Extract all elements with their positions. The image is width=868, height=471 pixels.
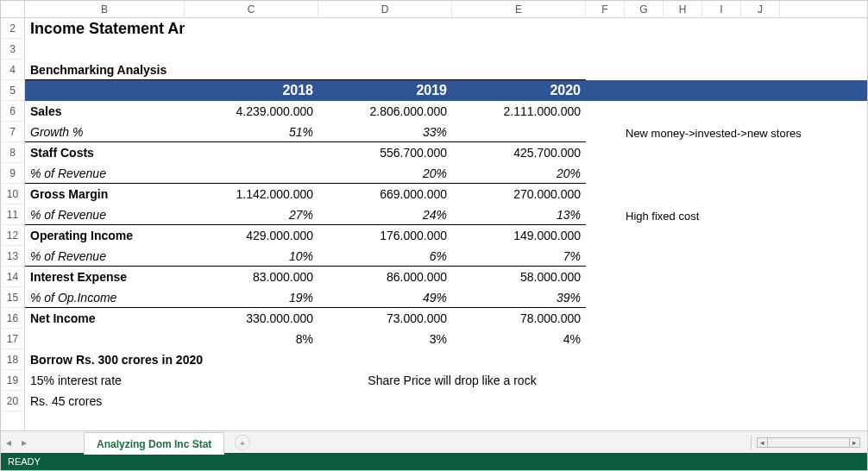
cell-B14[interactable]: Interest Expense	[25, 267, 185, 287]
cell-E12[interactable]: 149.000.000	[452, 225, 586, 246]
cell-D6[interactable]: 2.806.000.000	[318, 101, 452, 122]
cell-B7[interactable]: Growth %	[25, 122, 185, 142]
cell-B8[interactable]: Staff Costs	[25, 142, 185, 163]
col-header-I[interactable]: I	[702, 1, 741, 17]
cell-E9[interactable]: 20%	[452, 163, 586, 184]
cell-D19[interactable]: Share Price will drop like a rock	[318, 370, 586, 391]
cell-B10[interactable]: Gross Margin	[25, 184, 185, 204]
cell-E10[interactable]: 270.000.000	[452, 184, 586, 204]
cell-C6[interactable]: 4.239.000.000	[185, 101, 318, 122]
cell-D17[interactable]: 3%	[318, 329, 452, 349]
row-header-8[interactable]: 8	[1, 142, 24, 163]
col-header-B[interactable]: B	[25, 1, 185, 17]
cell-E16[interactable]: 78.000.000	[452, 308, 586, 329]
cells-area[interactable]: Income Statement Analysis Benchmarking A…	[25, 18, 867, 430]
row-header-4[interactable]: 4	[1, 60, 24, 80]
cell-D11[interactable]: 24%	[318, 204, 452, 225]
tab-nav-next-icon[interactable]: ▸	[16, 436, 32, 449]
cell-B17[interactable]	[25, 329, 185, 349]
cell-B15[interactable]: % of Op.Income	[25, 287, 185, 308]
cell-C10[interactable]: 1.142.000.000	[185, 184, 318, 204]
cell-E11[interactable]: 13%	[452, 204, 586, 225]
row-header-14[interactable]: 14	[1, 267, 24, 287]
row-header-6[interactable]: 6	[1, 101, 24, 122]
row-header-2[interactable]: 2	[1, 18, 24, 39]
cell-E5-year[interactable]: 2020	[452, 80, 586, 101]
col-header-E[interactable]: E	[452, 1, 586, 17]
row-header-19[interactable]: 19	[1, 370, 24, 391]
cell-C11[interactable]: 27%	[185, 204, 318, 225]
cell-C9[interactable]	[185, 163, 318, 184]
cell-D8[interactable]: 556.700.000	[318, 142, 452, 163]
cell-D10[interactable]: 669.000.000	[318, 184, 452, 204]
row-header-9[interactable]: 9	[1, 163, 24, 184]
cell-E7[interactable]	[452, 122, 586, 142]
col-header-G[interactable]: G	[625, 1, 664, 17]
row-header-20[interactable]: 20	[1, 391, 24, 411]
cell-B16[interactable]: Net Income	[25, 308, 185, 329]
cell-B5[interactable]	[25, 80, 185, 101]
cell-B9[interactable]: % of Revenue	[25, 163, 185, 184]
scroll-right-icon[interactable]: ▸	[849, 438, 859, 447]
cell-C12[interactable]: 429.000.000	[185, 225, 318, 246]
cell-G11-note[interactable]: High fixed cost	[626, 210, 699, 223]
cell-B19[interactable]: 15% interest rate	[25, 370, 185, 391]
cell-B4-subtitle[interactable]: Benchmarking Analysis	[25, 60, 185, 80]
col-header-D[interactable]: D	[318, 1, 452, 17]
cell-C17[interactable]: 8%	[185, 329, 318, 349]
cell-E17[interactable]: 4%	[452, 329, 586, 349]
row-header-12[interactable]: 12	[1, 225, 24, 246]
sheet-tab-active[interactable]: Analyzing Dom Inc Stat	[84, 432, 224, 455]
cell-E8[interactable]: 425.700.000	[452, 142, 586, 163]
col-header-C[interactable]: C	[185, 1, 318, 17]
row-header-5[interactable]: 5	[1, 80, 24, 101]
cell-E13[interactable]: 7%	[452, 246, 586, 267]
cell-E14[interactable]: 58.000.000	[452, 267, 586, 287]
cell-C15[interactable]: 19%	[185, 287, 318, 308]
row-header-3[interactable]: 3	[1, 39, 24, 60]
cell-C14[interactable]: 83.000.000	[185, 267, 318, 287]
cell-E6[interactable]: 2.111.000.000	[452, 101, 586, 122]
horizontal-scrollbar[interactable]: ◂ ▸	[757, 437, 860, 448]
row-header-18[interactable]: 18	[1, 349, 24, 370]
cell-C8[interactable]	[185, 142, 318, 163]
new-sheet-button[interactable]: ＋	[235, 434, 250, 449]
cell-D7[interactable]: 33%	[318, 122, 452, 142]
cell-G7-note[interactable]: New money->invested->new stores	[626, 127, 802, 140]
row-header-15[interactable]: 15	[1, 287, 24, 308]
row-headers: 2 3 4 5 6 7 8 9 10 11 12 13 14 15 16 17 …	[1, 18, 25, 430]
row-header-11[interactable]: 11	[1, 204, 24, 225]
row-header-13[interactable]: 13	[1, 246, 24, 267]
row-header-10[interactable]: 10	[1, 184, 24, 204]
cell-D15[interactable]: 49%	[318, 287, 452, 308]
cell-B18[interactable]: Borrow Rs. 300 crores in 2020	[25, 349, 586, 370]
select-all-corner[interactable]	[1, 1, 25, 17]
col-header-F[interactable]: F	[586, 1, 625, 17]
cell-B11[interactable]: % of Revenue	[25, 204, 185, 225]
cell-D5-year[interactable]: 2019	[318, 80, 452, 101]
col-header-J[interactable]: J	[741, 1, 780, 17]
cell-C13[interactable]: 10%	[185, 246, 318, 267]
cell-D13[interactable]: 6%	[318, 246, 452, 267]
cell-B13[interactable]: % of Revenue	[25, 246, 185, 267]
cell-C7[interactable]: 51%	[185, 122, 318, 142]
cell-B20[interactable]: Rs. 45 crores	[25, 391, 185, 411]
cell-C5-year[interactable]: 2018	[185, 80, 318, 101]
cell-B6[interactable]: Sales	[25, 101, 185, 122]
col-header-H[interactable]: H	[664, 1, 702, 17]
cell-D16[interactable]: 73.000.000	[318, 308, 452, 329]
column-headers: B C D E F G H I J A	[1, 1, 867, 18]
cell-B2-title[interactable]: Income Statement Analysis	[25, 18, 185, 39]
row-header-16[interactable]: 16	[1, 308, 24, 329]
cell-E15[interactable]: 39%	[452, 287, 586, 308]
cell-D14[interactable]: 86.000.000	[318, 267, 452, 287]
cell-B12[interactable]: Operating Income	[25, 225, 185, 246]
cell-D12[interactable]: 176.000.000	[318, 225, 452, 246]
tab-nav-first-icon[interactable]: ◂	[1, 436, 16, 449]
scroll-left-icon[interactable]: ◂	[758, 438, 768, 447]
status-bar: READY	[1, 453, 867, 470]
row-header-17[interactable]: 17	[1, 329, 24, 349]
row-header-7[interactable]: 7	[1, 122, 24, 142]
cell-C16[interactable]: 330.000.000	[185, 308, 318, 329]
cell-D9[interactable]: 20%	[318, 163, 452, 184]
